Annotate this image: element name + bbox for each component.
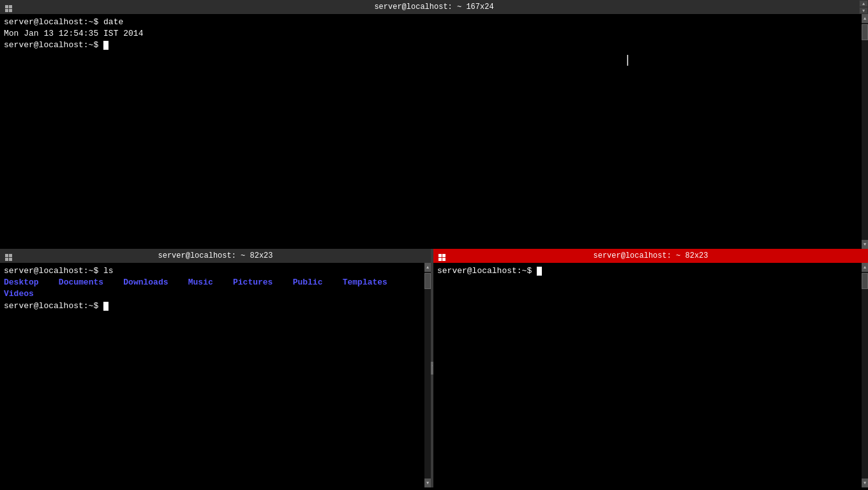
scroll-down-btn[interactable]: ▼ — [859, 7, 868, 14]
bottom-area: server@localhost: ~ 82x23 server@localho… — [0, 249, 868, 487]
bottom-right-scrollbar-up[interactable]: ▲ — [862, 263, 868, 272]
bottom-left-scrollbar[interactable]: ▲ ▼ — [424, 263, 431, 487]
ls-templates: Templates — [343, 278, 387, 287]
ls-documents: Documents — [59, 278, 103, 287]
bottom-left-terminal-icon — [5, 251, 12, 261]
bottom-right-titlebar: server@localhost: ~ 82x23 — [433, 249, 868, 263]
bottom-left-scrollbar-down[interactable]: ▼ — [424, 479, 431, 487]
bottom-left-line-3: server@localhost:~$ — [4, 301, 427, 312]
bottom-left-scrollbar-thumb[interactable] — [424, 273, 431, 289]
bottom-right-pane[interactable]: server@localhost: ~ 82x23 server@localho… — [433, 249, 868, 487]
top-titlebar-scroll[interactable]: ▲ ▼ — [859, 0, 868, 14]
bottom-left-scrollbar-track[interactable] — [424, 272, 431, 479]
ls-desktop: Desktop — [4, 278, 39, 287]
bottom-left-pane[interactable]: server@localhost: ~ 82x23 server@localho… — [0, 249, 431, 487]
top-titlebar: server@localhost: ~ 167x24 ▲ ▼ — [0, 0, 868, 14]
bottom-left-terminal-content[interactable]: server@localhost:~$ ls Desktop Documents… — [0, 263, 431, 487]
top-titlebar-title: server@localhost: ~ 167x24 — [374, 3, 493, 11]
ls-videos: Videos — [4, 289, 34, 299]
top-scrollbar-up[interactable]: ▲ — [862, 14, 868, 23]
bottom-right-scrollbar[interactable]: ▲ ▼ — [862, 263, 868, 487]
bottom-right-terminal-content[interactable]: server@localhost:~$ — [433, 263, 868, 487]
top-line-2: Mon Jan 13 12:54:35 IST 2014 — [4, 28, 864, 40]
bottom-right-titlebar-title: server@localhost: ~ 82x23 — [593, 251, 708, 260]
top-scrollbar-thumb[interactable] — [862, 24, 868, 40]
bottom-left-scrollbar-up[interactable]: ▲ — [424, 263, 431, 272]
ls-downloads: Downloads — [123, 278, 168, 287]
bottom-right-cursor — [537, 267, 542, 276]
ibeam-cursor: | — [624, 52, 631, 68]
ls-music: Music — [188, 278, 213, 287]
bottom-right-scrollbar-thumb[interactable] — [862, 273, 868, 289]
bottom-left-titlebar-title: server@localhost: ~ 82x23 — [158, 251, 273, 260]
scroll-up-btn[interactable]: ▲ — [859, 0, 868, 7]
ls-public: Public — [293, 278, 323, 287]
bottom-left-cursor — [103, 302, 108, 311]
bottom-left-titlebar: server@localhost: ~ 82x23 — [0, 249, 431, 263]
bottom-right-scrollbar-down[interactable]: ▼ — [862, 479, 868, 487]
bottom-left-line-1: server@localhost:~$ ls — [4, 265, 427, 277]
top-scrollbar-track[interactable] — [862, 23, 868, 240]
bottom-right-terminal-icon — [438, 251, 445, 261]
top-scrollbar-down[interactable]: ▼ — [862, 240, 868, 249]
top-terminal-pane[interactable]: server@localhost: ~ 167x24 ▲ ▼ server@lo… — [0, 0, 868, 249]
bottom-right-line-1: server@localhost:~$ — [437, 265, 864, 277]
top-cursor — [103, 41, 108, 50]
top-line-3: server@localhost:~$ — [4, 40, 864, 51]
top-line-1: server@localhost:~$ date — [4, 17, 864, 28]
top-terminal-icon — [5, 3, 12, 12]
ls-pictures: Pictures — [233, 278, 273, 287]
top-terminal-content[interactable]: server@localhost:~$ date Mon Jan 13 12:5… — [0, 14, 868, 249]
bottom-left-ls-output: Desktop Documents Downloads Music Pictur… — [4, 277, 427, 300]
bottom-right-scrollbar-track[interactable] — [862, 272, 868, 479]
top-scrollbar[interactable]: ▲ ▼ — [862, 14, 868, 249]
